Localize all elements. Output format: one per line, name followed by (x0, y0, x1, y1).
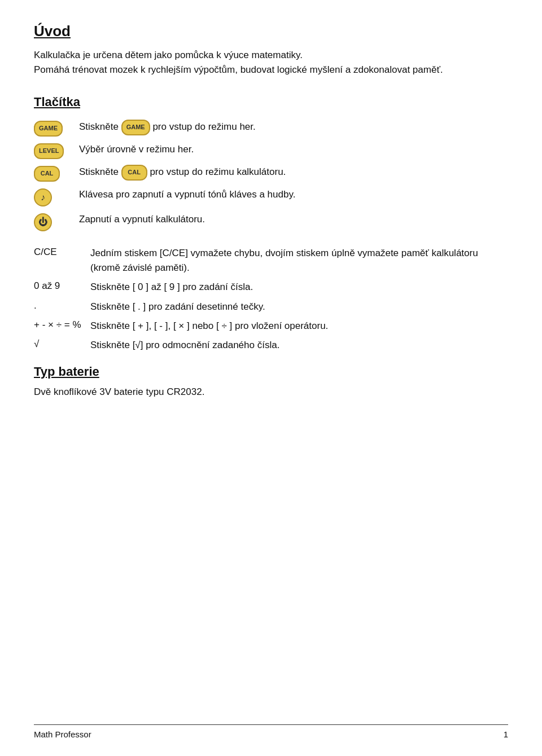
music-badge: ♪ (34, 188, 52, 206)
buttons-section: GAME Stiskněte GAME pro vstup do režimu … (34, 120, 508, 231)
key-label-sqrt: √ (34, 338, 90, 350)
power-badge: ⏻ (34, 213, 52, 231)
buttons-section-heading: Tlačítka (34, 95, 508, 109)
key-row-cce: C/CE Jedním stiskem [C/CE] vymažete chyb… (34, 246, 508, 276)
key-desc-digits: Stiskněte [ 0 ] až [ 9 ] pro zadání čísl… (90, 280, 508, 295)
button-row-game: GAME Stiskněte GAME pro vstup do režimu … (34, 120, 508, 137)
button-row-cal: CAL Stiskněte CAL pro vstup do režimu ka… (34, 165, 508, 182)
page-title: Úvod (34, 23, 508, 40)
key-label-operators: + - × ÷ = % (34, 319, 90, 331)
intro-paragraph: Kalkulačka je určena dětem jako pomůcka … (34, 48, 508, 78)
footer: Math Professor 1 (34, 724, 508, 739)
key-label-decimal: . (34, 300, 90, 311)
cal-badge-inline: CAL (121, 165, 147, 181)
key-desc-decimal: Stiskněte [ . ] pro zadání desetinné teč… (90, 300, 508, 314)
button-row-level: LEVEL Výběr úrovně v režimu her. (34, 142, 508, 159)
button-col-power: ⏻ (34, 212, 79, 231)
keys-section: C/CE Jedním stiskem [C/CE] vymažete chyb… (34, 246, 508, 353)
intro-line-2: Pomáhá trénovat mozek k rychlejším výpoč… (34, 64, 443, 75)
key-desc-operators: Stiskněte [ + ], [ - ], [ × ] nebo [ ÷ ]… (90, 319, 508, 333)
desc-music: Klávesa pro zapnutí a vypnutí tónů kláve… (79, 187, 508, 202)
button-col-game: GAME (34, 120, 79, 137)
button-row-music: ♪ Klávesa pro zapnutí a vypnutí tónů klá… (34, 187, 508, 206)
battery-text: Dvě knoflíkové 3V baterie typu CR2032. (34, 385, 508, 399)
key-desc-cce: Jedním stiskem [C/CE] vymažete chybu, dv… (90, 246, 508, 276)
key-label-cce: C/CE (34, 246, 90, 258)
desc-power: Zapnutí a vypnutí kalkulátoru. (79, 212, 508, 227)
key-row-decimal: . Stiskněte [ . ] pro zadání desetinné t… (34, 300, 508, 314)
desc-game: Stiskněte GAME pro vstup do režimu her. (79, 120, 508, 135)
cal-badge-left: CAL (34, 166, 60, 182)
key-row-operators: + - × ÷ = % Stiskněte [ + ], [ - ], [ × … (34, 319, 508, 333)
intro-line-1: Kalkulačka je určena dětem jako pomůcka … (34, 50, 303, 60)
level-badge: LEVEL (34, 143, 64, 159)
button-col-music: ♪ (34, 187, 79, 206)
footer-right: 1 (504, 729, 508, 739)
button-col-cal: CAL (34, 165, 79, 182)
game-badge-inline: GAME (121, 120, 150, 135)
key-row-digits: 0 až 9 Stiskněte [ 0 ] až [ 9 ] pro zadá… (34, 280, 508, 295)
key-row-sqrt: √ Stiskněte [√] pro odmocnění zadaného č… (34, 338, 508, 353)
button-col-level: LEVEL (34, 142, 79, 159)
battery-section-heading: Typ baterie (34, 364, 508, 379)
key-label-digits: 0 až 9 (34, 280, 90, 292)
footer-left: Math Professor (34, 729, 91, 739)
game-badge-left: GAME (34, 121, 63, 137)
desc-level: Výběr úrovně v režimu her. (79, 142, 508, 157)
button-row-power: ⏻ Zapnutí a vypnutí kalkulátoru. (34, 212, 508, 231)
desc-cal: Stiskněte CAL pro vstup do režimu kalkul… (79, 165, 508, 181)
page: Úvod Kalkulačka je určena dětem jako pom… (0, 0, 542, 756)
key-desc-sqrt: Stiskněte [√] pro odmocnění zadaného čís… (90, 338, 508, 353)
